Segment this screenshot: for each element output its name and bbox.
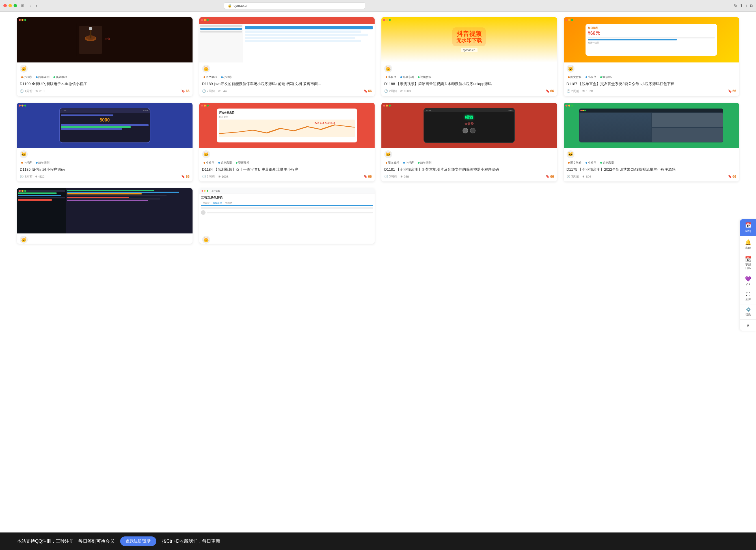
share-button[interactable]: ⬆ [740, 3, 743, 8]
sidebar-label: 客服 [745, 246, 751, 250]
price: 🔖66 [546, 89, 554, 93]
forward-button[interactable]: › [35, 3, 38, 8]
views: 👁644 [218, 89, 227, 93]
card-body: 小程序 简单亲测 D1185 微信记账小程序源码 🕐2周前 👁532 🔖66 [17, 158, 193, 182]
right-sidebar: 📅 签到 🔔 客服 📆 更新日历 💜 VIP ⛶ 全屏 ⚙️ 切换 ∧ [740, 219, 756, 331]
sidebar-item-service[interactable]: 🔔 客服 [740, 236, 756, 253]
tag: 小程序 [584, 75, 598, 79]
card-title: D1188 【亲测视频】简洁抖音短视频去水印微信小程序uniapp源码 [384, 81, 554, 87]
lock-icon: 🔒 [228, 4, 232, 8]
sidebar-toggle[interactable]: ⊞ [20, 3, 25, 8]
card-d1189[interactable]: 🐱 图文教程 小程序 D1189 java开发的智能微信停车场小程序源码+前端+… [199, 17, 375, 96]
card-avatar-row: 🐱 [564, 62, 739, 73]
bottom-text: 本站支持QQ注册，三秒注册，每日签到可换会员 [17, 538, 115, 544]
time: 🕐2周前 [384, 89, 397, 93]
new-tab-button[interactable]: + [745, 3, 748, 8]
thumb-dr3c1 [17, 188, 193, 234]
card-dr3c1[interactable]: 🐱 [17, 188, 193, 244]
views: 👁959 [400, 175, 409, 178]
traffic-lights [3, 4, 17, 7]
register-login-button[interactable]: 点我注册/登录 [120, 536, 156, 546]
card-d1175[interactable]: 🐱 图文教程 小程序 简单亲测 D1175 【企业猫亲测】2022全新UI苹果C… [564, 103, 739, 182]
card-meta: 🕐2周前 👁532 🔖66 [20, 174, 190, 179]
sidebar-label: 全屏 [745, 297, 751, 301]
sidebar-item-backtotop[interactable]: ∧ [740, 320, 756, 331]
card-tags: 小程序 简单亲测 视频教程 [384, 75, 554, 79]
tag: 小程序 [384, 75, 398, 79]
views: 👁819 [35, 89, 44, 93]
maximize-button[interactable] [14, 4, 17, 7]
price: 🔖66 [364, 175, 372, 179]
views: 👁1008 [400, 89, 411, 93]
sidebar-item-vip[interactable]: 💜 VIP [740, 273, 756, 289]
card-d1181[interactable]: 16:40 100% 喝酒 大冒险 [381, 103, 557, 182]
card-meta: 🕐3周前 👁959 🔖66 [384, 174, 554, 179]
card-tags: 图文教程 小程序 简单亲测 [567, 161, 736, 165]
card-tags: 图文教程 小程序 微信H5 [567, 75, 736, 79]
sidebar-item-fullscreen[interactable]: ⛶ 全屏 [740, 289, 756, 304]
card-tags: 小程序 简单亲测 视频教程 [202, 161, 372, 165]
card-title: D1181 【企业猫亲测】附带本地图片及音频文件的喝酒神器小程序源码 [384, 167, 554, 173]
minimize-button[interactable] [8, 4, 12, 7]
card-title: D1175 【企业猫亲测】2022全新UI苹果CMS影视流量主小程序源码 [567, 167, 736, 173]
calendar-icon: 📅 [745, 222, 751, 229]
thumb-d1189 [199, 17, 375, 62]
card-d1184[interactable]: 历史价格走势 价格走势 ¥398 🐱 [199, 103, 375, 182]
tag: 小程序 [402, 161, 415, 165]
card-avatar-row: 🐱 [199, 234, 375, 244]
tag: 图文教程 [567, 75, 583, 79]
card-d1188[interactable]: 抖音视频 无水印下载 qymao.cn 🐱 小程序 简单亲测 视频教程 [381, 17, 557, 96]
close-button[interactable] [3, 4, 7, 7]
tag: 视频教程 [52, 75, 68, 79]
card-d1185[interactable]: 17:10 100% 5000 [17, 103, 193, 182]
sidebar-item-calendar[interactable]: 📆 更新日历 [740, 253, 756, 273]
views: 👁1008 [218, 175, 228, 178]
thumb-dr3c2: 上午9:53 互帮互助代替你 校园帮 我发出的 找帮助 [199, 188, 375, 234]
card-meta: 🕐1周前 👁819 🔖66 [20, 89, 190, 93]
sidebar-label: VIP [746, 283, 750, 286]
browser-chrome: ⊞ ‹ › 🔒 qymao.cn ↻ ⬆ + ⧉ [0, 0, 756, 12]
card-tags: 小程序 简单亲测 视频教程 [20, 75, 190, 79]
card-meta: 🕐3周前 👁896 🔖66 [567, 174, 736, 179]
card-title: D1184 【亲测视频】双十一淘宝查历史最低价流量主小程序 [202, 167, 372, 173]
avatar: 🐱 [202, 150, 210, 158]
cards-grid-row3: 🐱 上午9:53 互帮互助代替你 [17, 188, 739, 244]
sidebar-item-signin[interactable]: 📅 签到 [740, 219, 756, 236]
reload-button[interactable]: ↻ [734, 3, 737, 8]
tag: 小程序 [20, 161, 33, 165]
sidebar-item-switch[interactable]: ⚙️ 切换 [740, 304, 756, 320]
time: 🕐2周前 [202, 89, 215, 93]
card-title: D1187 【脱单盲盒】交友盲盒系统3套公众号+小程序源码打包下载 [567, 81, 736, 87]
card-body: 小程序 简单亲测 视频教程 D1184 【亲测视频】双十一淘宝查历史最低价流量主… [199, 158, 375, 182]
card-d1187[interactable]: 每日福利 ¥66元 精选一线品 🐱 图文教程 小程序 [564, 17, 739, 96]
address-bar[interactable]: 🔒 qymao.cn [224, 2, 365, 9]
svg-point-5 [89, 27, 92, 30]
card-body: 图文教程 小程序 D1189 java开发的智能微信停车场小程序源码+前端+部署… [199, 73, 375, 96]
tabs-button[interactable]: ⧉ [750, 3, 753, 8]
avatar: 🐱 [567, 65, 574, 73]
card-avatar-row: 🐱 [381, 62, 557, 73]
win-dots [383, 105, 391, 107]
card-title: D1185 微信记账小程序源码 [20, 167, 190, 173]
card-meta: 🕐2周前 👁1078 🔖66 [567, 89, 736, 93]
win-dots [19, 19, 26, 21]
card-avatar-row: 🐱 [17, 62, 193, 73]
avatar: 🐱 [384, 150, 392, 158]
tag: 简单亲测 [416, 161, 433, 165]
tag: 图文教程 [202, 75, 219, 79]
time: 🕐2周前 [202, 174, 215, 179]
card-tags: 图文教程 小程序 简单亲测 [384, 161, 554, 165]
tag: 小程序 [584, 161, 598, 165]
back-button[interactable]: ‹ [28, 3, 32, 8]
bell-icon: 🔔 [745, 239, 751, 245]
fullscreen-icon: ⛶ [746, 292, 750, 296]
card-body: 图文教程 小程序 简单亲测 D1175 【企业猫亲测】2022全新UI苹果CMS… [564, 158, 739, 182]
card-tags: 小程序 简单亲测 [20, 161, 190, 165]
price: 🔖66 [181, 175, 189, 179]
thumb-d1190: 木鱼 [17, 17, 193, 62]
card-dr3c2[interactable]: 上午9:53 互帮互助代替你 校园帮 我发出的 找帮助 [199, 188, 375, 244]
tag: 简单亲测 [217, 161, 233, 165]
avatar: 🐱 [202, 236, 210, 244]
card-avatar-row: 🐱 [381, 148, 557, 158]
card-d1190[interactable]: 木鱼 🐱 小程序 简单亲测 视频教程 D1190 全新UI的新版电子木鱼微信小程… [17, 17, 193, 96]
